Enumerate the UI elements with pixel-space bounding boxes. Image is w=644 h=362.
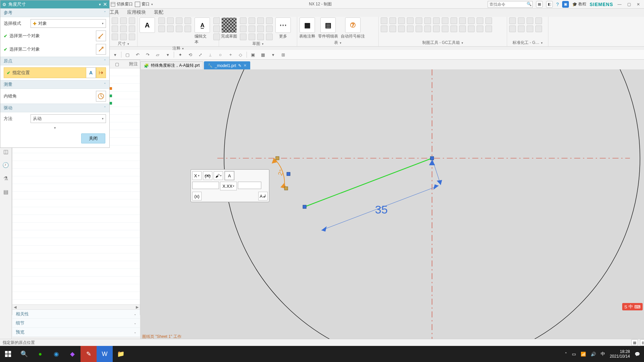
minimize-button[interactable]: ― [616, 1, 623, 7]
section-measure[interactable]: 测量˄ [0, 80, 109, 89]
navigator-hscroll[interactable]: ◀▶ [12, 304, 140, 309]
window-menu[interactable]: 窗口▾ [135, 1, 153, 7]
tray-volume-icon[interactable]: 🔊 [591, 352, 596, 357]
section-reference[interactable]: 参考˄ [0, 8, 109, 17]
gear-icon[interactable]: ⚙ [2, 2, 6, 7]
t2-btn-10[interactable]: ○ [216, 51, 224, 58]
restore-button[interactable]: ▢ [626, 1, 632, 7]
tray-wifi-icon[interactable]: 📶 [581, 352, 586, 357]
popup-brush-button[interactable]: 🖌▾ [214, 171, 223, 180]
nav-group-preview[interactable]: 预览⌄ [12, 328, 140, 337]
rail-layers-icon[interactable]: ◫ [1, 147, 10, 156]
menu-apps[interactable]: 应用模块 [127, 9, 146, 15]
finish-sketch-button[interactable]: 完成草图 [221, 17, 237, 39]
t2-btn-6[interactable]: ✦ [176, 51, 184, 58]
nav-col-icon[interactable]: ▢ [115, 62, 119, 67]
specify-position-row[interactable]: ✔ 指定位置 [4, 67, 86, 78]
dialog-close-icon[interactable]: ✕ [103, 1, 107, 7]
taskbar-word-icon[interactable]: W [97, 346, 113, 362]
auto-balloon-button[interactable]: ⑦自动符号标注 [341, 17, 365, 39]
origin-anchor-button[interactable] [96, 67, 106, 78]
origin-text-button[interactable]: A [86, 67, 96, 78]
taskbar-app2-icon[interactable]: ✎ [80, 346, 97, 362]
dialog-expand-toggle[interactable]: ▾ [0, 125, 109, 131]
t2-btn-3[interactable]: ↷ [144, 51, 152, 58]
inner-angle-button[interactable] [96, 91, 106, 102]
command-search[interactable]: 🔍 [488, 1, 533, 8]
menu-tools[interactable]: 工具 [110, 9, 119, 15]
popup-apply-button[interactable]: A↲ [258, 192, 268, 200]
popup-var-button[interactable]: (x) [192, 192, 202, 200]
popup-tolerance-input[interactable] [238, 182, 261, 189]
dialog-dropdown-icon[interactable]: ▾ [99, 2, 101, 7]
taskbar-app1-icon[interactable]: ◆ [64, 346, 80, 362]
nav-col-note[interactable]: 附注 [129, 61, 138, 67]
method-dropdown[interactable]: 从动▾ [31, 114, 106, 123]
ime-badge[interactable]: S中⌨ [622, 303, 643, 310]
t2-btn-7[interactable]: ⟲ [186, 51, 194, 58]
taskbar-search-icon[interactable]: 🔍 [16, 346, 32, 362]
section-origin[interactable]: 原点˄ [0, 57, 109, 65]
more-sketch-button[interactable]: ⋯ 更多 [275, 17, 291, 39]
drawing-canvas[interactable]: 35 2° 图纸页 "Sheet 1" 工作 [140, 69, 644, 341]
start-button[interactable] [0, 346, 16, 362]
tab-angle-drawing[interactable]: 🧩 特殊角度标注，A-A旋转.prt [140, 61, 203, 69]
t2-dropdown[interactable]: ▾ [111, 51, 119, 58]
popup-clearvar-button[interactable]: (X) [203, 171, 212, 180]
t2-btn-8[interactable]: ⤢ [196, 51, 204, 58]
nav-group-detail[interactable]: 细节⌄ [12, 319, 140, 328]
popup-x-button[interactable]: X▾ [192, 171, 202, 180]
command-search-input[interactable] [488, 1, 533, 8]
pick-second-object[interactable]: 选择第二个对象 [9, 46, 40, 52]
section-drive[interactable]: 驱动˄ [0, 104, 109, 112]
tb-icon-2[interactable]: ◧ [546, 1, 553, 8]
t2-btn-2[interactable]: ↶ [133, 51, 142, 58]
taskbar-explorer-icon[interactable]: 📁 [113, 346, 129, 362]
close-tab-icon[interactable]: ✕ [244, 63, 247, 68]
t2-btn-9[interactable]: ⟂ [206, 51, 214, 58]
dialog-close-button[interactable]: 关闭 [81, 133, 105, 143]
rail-history-icon[interactable]: 🕘 [1, 161, 10, 169]
tray-battery-icon[interactable]: ▭ [572, 352, 576, 357]
pick-first-tool-button[interactable] [96, 31, 106, 41]
switch-window-button[interactable]: 切换窗口 [111, 1, 133, 7]
select-mode-dropdown[interactable]: ✚对象 ▾ [31, 19, 106, 28]
popup-format-dropdown[interactable]: X.XX▾ [220, 182, 237, 190]
tab-model1[interactable]: 🔧 _model1.prt ✎ ✕ [204, 61, 250, 69]
t2-btn-4[interactable]: ▱ [154, 51, 162, 58]
t2-btn-1[interactable]: ▢ [123, 51, 131, 58]
t2-btn-16[interactable]: ⊞ [279, 51, 287, 58]
pick-second-tool-button[interactable] [96, 44, 106, 55]
annotation-big-button[interactable]: A [140, 17, 155, 33]
parts-list-button[interactable]: ▤零件明细表 [318, 17, 338, 39]
t2-btn-15[interactable]: ▾ [269, 51, 277, 58]
pick-first-object[interactable]: 选择第一个对象 [9, 33, 40, 39]
rail-roles-icon[interactable]: ⚗ [1, 174, 10, 183]
popup-value-input[interactable] [192, 182, 219, 189]
t2-btn-14[interactable]: ▦ [259, 51, 267, 58]
t2-btn-12[interactable]: ◇ [236, 51, 245, 58]
tb-icon-1[interactable]: ▦ [536, 1, 543, 8]
nav-group-relation[interactable]: 相关性⌄ [12, 310, 140, 319]
edit-text-button[interactable]: A̲ 编辑文本 [195, 17, 210, 45]
taskbar-wechat-icon[interactable]: ● [32, 346, 48, 362]
tutorials-button[interactable]: 🎓 教程 [572, 1, 586, 7]
close-window-button[interactable]: ✕ [635, 1, 641, 7]
dimension-edit-popup: X▾ (X) 🖌▾ A X.XX▾ (x) A↲ [191, 169, 269, 202]
tray-clock[interactable]: 18:28 2021/10/14 [610, 349, 630, 359]
menu-assembly[interactable]: 装配 [154, 9, 163, 15]
tray-notifications-icon[interactable]: 💬 [635, 352, 640, 357]
rail-sheet-icon[interactable]: ▤ [1, 187, 10, 196]
tray-ime-icon[interactable]: 中 [601, 351, 605, 357]
taskbar-edge-icon[interactable]: ◉ [48, 346, 64, 362]
t2-btn-5[interactable]: ▾ [164, 51, 172, 58]
tray-chevron-icon[interactable]: ˄ [565, 352, 567, 357]
help-icon[interactable]: ? [556, 2, 559, 7]
t2-btn-13[interactable]: ▣ [249, 51, 257, 58]
t2-btn-11[interactable]: ＋ [226, 51, 234, 58]
status-icon-2[interactable]: ▤ [640, 339, 644, 346]
table-ann-button[interactable]: ▦表格注释 [299, 17, 315, 39]
tb-icon-3[interactable]: ▣ [562, 1, 569, 8]
popup-textpick-button[interactable]: A [224, 171, 234, 180]
status-icon-1[interactable]: ▦ [631, 339, 638, 346]
